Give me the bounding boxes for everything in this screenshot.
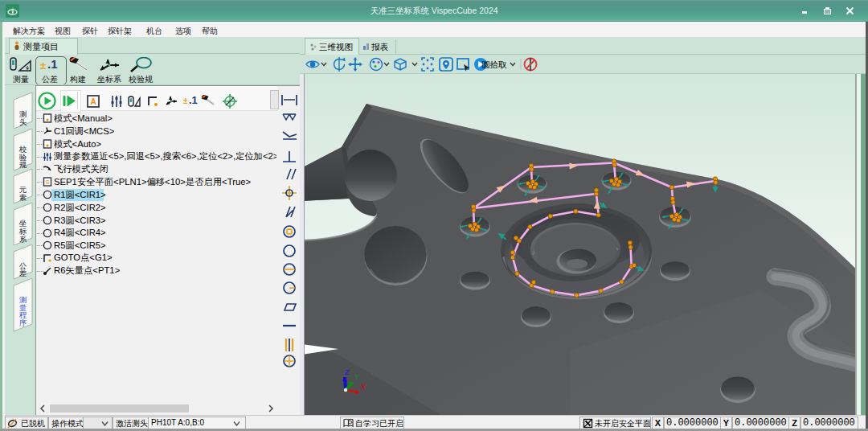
svg-text:A: A [90,97,96,106]
svg-text:序: 序 [19,318,27,327]
svg-text:规: 规 [19,160,27,169]
svg-text:系: 系 [19,235,27,244]
svg-text:圆拾取: 圆拾取 [481,60,507,69]
svg-text:Y: Y [354,373,360,381]
svg-text:S: S [45,179,49,186]
svg-text:差: 差 [19,269,27,277]
svg-text:X: X [360,383,366,391]
svg-text:素: 素 [19,193,27,202]
svg-text:头: 头 [19,117,27,126]
svg-text:Z: Z [344,368,350,376]
